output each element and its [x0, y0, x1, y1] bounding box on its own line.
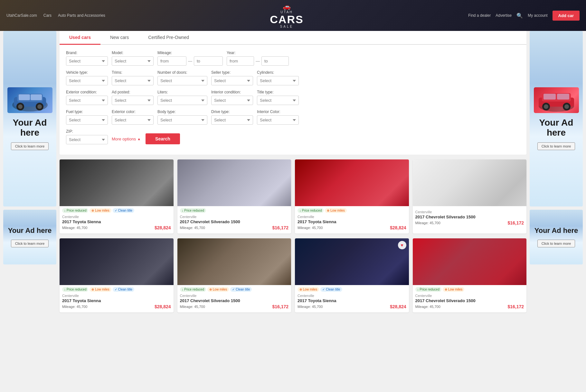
- car-details-row: Mileage: 45,700 $16,172: [415, 220, 524, 225]
- svg-point-6: [18, 104, 23, 109]
- trims-label: Trims:: [112, 70, 154, 75]
- right-ad-cta[interactable]: Click to learn more: [537, 142, 575, 150]
- body-type-select[interactable]: Select: [157, 115, 207, 125]
- car-price: $28,824: [390, 225, 406, 230]
- car-card-7[interactable]: ♥ ⊕ Low miles✓ Clean title Centerville 2…: [295, 238, 409, 312]
- car-card-2[interactable]: ↓ Price reduced Centerville 2017 Chevrol…: [177, 159, 291, 234]
- exterior-color-select[interactable]: Select: [112, 115, 154, 125]
- year-from-input[interactable]: [227, 56, 254, 66]
- car-card-5[interactable]: ↓ Price reduced⊕ Low miles✓ Clean title …: [60, 238, 174, 312]
- car-name: 2017 Chevrolet Silverado 1500: [180, 298, 240, 303]
- car-image: [295, 159, 409, 206]
- mileage-from-input[interactable]: [157, 56, 186, 66]
- filter-row-5: ZIP: Select More options ▲ Search: [66, 129, 520, 144]
- tabs: Used cars New cars Certified Pre-Owned: [60, 31, 526, 45]
- trims-select[interactable]: Select: [112, 76, 154, 85]
- trims-group: Trims: Select: [112, 70, 154, 85]
- more-options-text: More options: [112, 137, 136, 141]
- cylinders-select[interactable]: Select: [257, 76, 299, 85]
- car-card-4[interactable]: Centerville 2017 Chevrolet Silverado 150…: [413, 159, 527, 234]
- seller-type-group: Seller type: Select: [211, 70, 253, 85]
- nav-parts[interactable]: Auto Parts and Accessories: [58, 13, 105, 18]
- car-badges: [413, 206, 527, 209]
- find-dealer-link[interactable]: Find a dealer: [468, 13, 491, 18]
- filter-row-4: Fuel type: Select Exterior color: Select…: [66, 110, 520, 125]
- liters-select[interactable]: Select: [157, 96, 207, 105]
- svg-rect-13: [557, 94, 569, 100]
- advertise-link[interactable]: Advertise: [496, 13, 512, 18]
- car-card-1[interactable]: ↓ Price reduced⊕ Low miles✓ Clean title …: [60, 159, 174, 234]
- interior-color-select[interactable]: Select: [257, 115, 299, 125]
- left-ad-bottom: Your Ad here Click to learn more: [3, 210, 56, 264]
- exterior-condition-select[interactable]: Select: [66, 96, 108, 105]
- filter-actions: More options ▲ Search: [112, 133, 180, 144]
- car-location: Centerville: [415, 210, 524, 214]
- body-type-label: Body type:: [157, 110, 207, 114]
- body-type-group: Body type: Select: [157, 110, 207, 125]
- svg-point-8: [37, 104, 42, 109]
- header: UtahCarSale.com Cars Auto Parts and Acce…: [0, 0, 586, 31]
- zip-select[interactable]: Select: [66, 135, 108, 144]
- vehicle-type-select[interactable]: Select: [66, 76, 108, 85]
- car-badges: ⊕ Low miles✓ Clean title: [295, 285, 409, 292]
- interior-condition-select[interactable]: Select: [211, 96, 253, 105]
- car-price-row: 2017 Chevrolet Silverado 1500: [415, 298, 524, 304]
- car-mileage: Mileage: 45,700: [180, 305, 205, 309]
- car-location: Centerville: [62, 215, 171, 219]
- left-ad-bottom-cta[interactable]: Click to learn more: [11, 240, 49, 247]
- drive-type-group: Drive type: Select: [211, 110, 253, 125]
- mileage-to-input[interactable]: [194, 56, 223, 66]
- car-image: [413, 159, 527, 206]
- model-group: Model: Select: [112, 51, 154, 66]
- nav-cars[interactable]: Cars: [43, 13, 52, 18]
- tab-used-cars[interactable]: Used cars: [60, 31, 100, 45]
- interior-color-label: Interior Color:: [257, 110, 299, 114]
- car-card-6[interactable]: ↓ Price reduced⊕ Low miles✓ Clean title …: [177, 238, 291, 312]
- car-name: 2017 Toyota Sienna: [298, 219, 336, 224]
- model-select[interactable]: Select: [112, 56, 154, 66]
- heart-icon[interactable]: ♥: [398, 241, 406, 249]
- my-account-link[interactable]: My account: [528, 13, 547, 18]
- fuel-type-select[interactable]: Select: [66, 115, 108, 125]
- add-car-button[interactable]: Add car: [553, 11, 580, 21]
- car-price: $28,824: [155, 304, 171, 309]
- car-info: Centerville 2017 Toyota Sienna Mileage: …: [60, 292, 174, 312]
- left-ad-bottom-text: Your Ad here: [8, 227, 52, 234]
- title-type-group: Title type: Select: [257, 90, 299, 105]
- right-ad-bottom-cta[interactable]: Click to learn more: [537, 240, 575, 247]
- more-options-link[interactable]: More options ▲: [112, 137, 141, 141]
- exterior-condition-group: Exterior condition: Select: [66, 90, 108, 105]
- car-card-3[interactable]: ↓ Price reduced⊕ Low miles Centerville 2…: [295, 159, 409, 234]
- num-doors-select[interactable]: Select: [157, 76, 207, 85]
- car-mileage: Mileage: 45,700: [415, 221, 440, 225]
- badge-clean-title: ✓ Clean title: [113, 287, 134, 292]
- tab-new-cars[interactable]: New cars: [100, 31, 138, 45]
- car-badges: ↓ Price reduced⊕ Low miles✓ Clean title: [177, 285, 291, 292]
- zip-group: ZIP: Select: [66, 129, 108, 144]
- car-badges: ↓ Price reduced⊕ Low miles✓ Clean title: [60, 285, 174, 292]
- badge-price-reduced: ↓ Price reduced: [415, 287, 441, 292]
- car-info: Centerville 2017 Chevrolet Silverado 150…: [177, 292, 291, 312]
- search-button[interactable]: Search: [146, 133, 180, 144]
- tab-certified[interactable]: Certified Pre-Owned: [138, 31, 199, 45]
- title-type-select[interactable]: Select: [257, 96, 299, 105]
- left-ad-car-image: [7, 87, 52, 113]
- car-price: $28,824: [155, 225, 171, 230]
- search-icon[interactable]: 🔍: [516, 13, 523, 19]
- logo: 🚗 UTAH CARS SALE: [270, 3, 303, 28]
- drive-type-select[interactable]: Select: [211, 115, 253, 125]
- car-info: Centerville 2017 Toyota Sienna Mileage: …: [295, 214, 409, 234]
- car-location: Centerville: [180, 294, 289, 298]
- header-right: Find a dealer Advertise 🔍 My account Add…: [468, 11, 580, 21]
- ad-posted-select[interactable]: Select: [112, 96, 154, 105]
- car-details-row: Mileage: 45,700 $16,172: [180, 225, 289, 230]
- svg-rect-12: [543, 94, 556, 100]
- car-card-8[interactable]: ↓ Price reduced⊕ Low miles Centerville 2…: [413, 238, 527, 312]
- brand-select[interactable]: Select: [66, 56, 108, 66]
- left-ad-cta[interactable]: Click to learn more: [11, 142, 49, 150]
- car-location: Centerville: [298, 215, 406, 219]
- brand-label: Brand:: [66, 51, 108, 55]
- badge-price-reduced: ↓ Price reduced: [62, 208, 88, 213]
- seller-type-select[interactable]: Select: [211, 76, 253, 85]
- year-to-input[interactable]: [261, 56, 289, 66]
